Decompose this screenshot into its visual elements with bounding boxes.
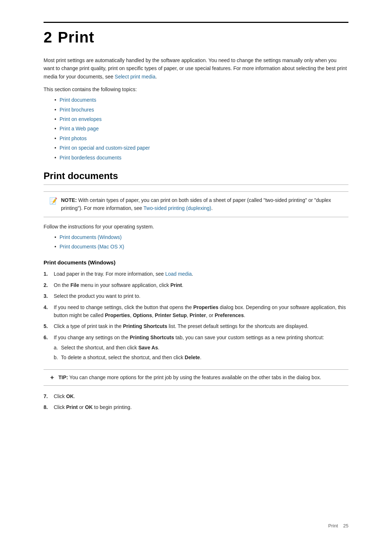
- step6-bold1: Printing Shortcuts: [130, 335, 174, 340]
- chapter-header: 2Print: [44, 22, 348, 46]
- section-title-print-documents: Print documents: [44, 170, 348, 185]
- step4-bold4: Printer Setup: [155, 312, 187, 318]
- follow-text: Follow the instructions for your operati…: [44, 224, 348, 230]
- list-item: Print documents (Mac OS X): [54, 243, 348, 251]
- sub-step-b: b. To delete a shortcut, select the shor…: [54, 353, 348, 361]
- os-link-mac[interactable]: Print documents (Mac OS X): [60, 244, 124, 250]
- step-4: 4. If you need to change settings, click…: [44, 303, 348, 320]
- footer-section-label: Print: [328, 523, 338, 528]
- topic-link-5[interactable]: Print photos: [60, 135, 87, 141]
- step-1: 1. Load paper in the tray. For more info…: [44, 270, 348, 278]
- step-6: 6. If you change any settings on the Pri…: [44, 333, 348, 363]
- step-num-4: 4.: [44, 303, 54, 311]
- step4-bold3: Options: [133, 312, 152, 318]
- tip-icon: ✦: [49, 374, 55, 382]
- topic-link-1[interactable]: Print documents: [60, 97, 96, 103]
- page: 2Print Most print settings are automatic…: [0, 0, 392, 543]
- os-links-list: Print documents (Windows) Print document…: [54, 233, 348, 251]
- sub-step-a: a. Select the shortcut, and then click S…: [54, 344, 348, 352]
- step-content-1: Load paper in the tray. For more informa…: [54, 270, 348, 278]
- step7-bold: OK: [66, 393, 74, 399]
- step-content-5: Click a type of print task in the Printi…: [54, 322, 348, 330]
- note-text: NOTE: With certain types of paper, you c…: [61, 196, 343, 212]
- step4-bold1: Properties: [193, 304, 218, 310]
- list-item: Print brochures: [54, 106, 348, 114]
- note-link-suffix: .: [211, 205, 213, 211]
- step4-bold6: Preferences: [215, 312, 244, 318]
- sub-step-b-content: To delete a shortcut, select the shortcu…: [61, 353, 201, 361]
- topic-link-4[interactable]: Print a Web page: [60, 126, 99, 131]
- intro-paragraph: Most print settings are automatically ha…: [44, 56, 348, 81]
- step-3: 3. Select the product you want to print …: [44, 292, 348, 300]
- alpha-label-a: a.: [54, 344, 61, 352]
- final-steps-list: 7. Click OK. 8. Click Print or OK to beg…: [44, 392, 348, 412]
- step2-bold2: Print: [170, 282, 182, 288]
- topics-list: Print documents Print brochures Print on…: [54, 96, 348, 162]
- windows-steps-list: 1. Load paper in the tray. For more info…: [44, 270, 348, 363]
- list-item: Print documents (Windows): [54, 233, 348, 241]
- os-link-windows[interactable]: Print documents (Windows): [60, 234, 122, 240]
- step-num-3: 3.: [44, 292, 54, 300]
- step-5: 5. Click a type of print task in the Pri…: [44, 322, 348, 330]
- step-content-6: If you change any settings on the Printi…: [54, 333, 348, 363]
- footer-text: Print 25: [328, 523, 348, 528]
- step-8: 8. Click Print or OK to begin printing.: [44, 403, 348, 411]
- topic-link-7[interactable]: Print borderless documents: [60, 155, 121, 161]
- select-print-media-link[interactable]: Select print media: [115, 74, 155, 80]
- step-content-7: Click OK.: [54, 392, 348, 400]
- note-box: 📝 NOTE: With certain types of paper, you…: [44, 191, 348, 217]
- list-item: Print on envelopes: [54, 115, 348, 123]
- topic-link-6[interactable]: Print on special and custom-sized paper: [60, 145, 150, 151]
- step-num-6: 6.: [44, 333, 54, 341]
- step-num-8: 8.: [44, 403, 54, 411]
- topic-link-3[interactable]: Print on envelopes: [60, 116, 102, 122]
- step-7: 7. Click OK.: [44, 392, 348, 400]
- list-item: Print photos: [54, 134, 348, 142]
- chapter-number: 2: [44, 29, 52, 46]
- page-footer: Print 25: [44, 523, 348, 528]
- step-num-2: 2.: [44, 281, 54, 289]
- topic-link-2[interactable]: Print brochures: [60, 107, 94, 113]
- list-item: Print documents: [54, 96, 348, 104]
- step4-bold5: Printer: [189, 312, 206, 318]
- note-label: NOTE:: [61, 197, 77, 203]
- chapter-title: Print: [58, 29, 94, 46]
- topics-intro: This section contains the following topi…: [44, 86, 348, 92]
- footer-page-number: 25: [343, 523, 348, 528]
- step8-bold2: OK: [85, 404, 93, 410]
- step1-text-before: Load paper in the tray. For more informa…: [54, 271, 165, 277]
- load-media-link[interactable]: Load media: [165, 271, 192, 277]
- windows-subsection: Print documents (Windows) 1. Load paper …: [44, 259, 348, 411]
- tip-text: TIP: You can change more options for the…: [58, 373, 321, 381]
- intro-text-before: Most print settings are automatically ha…: [44, 57, 347, 80]
- step-num-5: 5.: [44, 322, 54, 330]
- list-item: Print borderless documents: [54, 154, 348, 162]
- two-sided-link[interactable]: Two-sided printing (duplexing): [143, 205, 211, 211]
- step-content-2: On the File menu in your software applic…: [54, 281, 348, 289]
- step-num-7: 7.: [44, 392, 54, 400]
- step-2: 2. On the File menu in your software app…: [44, 281, 348, 289]
- sub-a-bold: Save As: [138, 345, 158, 350]
- tip-box: ✦ TIP: You can change more options for t…: [44, 369, 348, 386]
- step8-bold1: Print: [66, 404, 78, 410]
- step5-bold1: Printing Shortcuts: [123, 323, 167, 329]
- tip-body: You can change more options for the prin…: [69, 374, 321, 380]
- step2-bold1: File: [70, 282, 79, 288]
- step1-suffix: .: [192, 271, 193, 277]
- subsection-title-windows: Print documents (Windows): [44, 259, 348, 266]
- step4-bold2: Properties: [105, 312, 130, 318]
- list-item: Print a Web page: [54, 125, 348, 133]
- sub-b-bold: Delete: [185, 354, 200, 360]
- list-item: Print on special and custom-sized paper: [54, 144, 348, 152]
- sub-step-a-content: Select the shortcut, and then click Save…: [61, 344, 159, 352]
- step-content-3: Select the product you want to print to.: [54, 292, 348, 300]
- step-content-4: If you need to change settings, click th…: [54, 303, 348, 320]
- intro-suffix: .: [155, 74, 157, 80]
- step-num-1: 1.: [44, 270, 54, 278]
- tip-label: TIP:: [58, 374, 68, 380]
- step-content-8: Click Print or OK to begin printing.: [54, 403, 348, 411]
- note-icon: 📝: [49, 196, 57, 206]
- sub-alpha-list: a. Select the shortcut, and then click S…: [54, 344, 348, 361]
- alpha-label-b: b.: [54, 353, 61, 361]
